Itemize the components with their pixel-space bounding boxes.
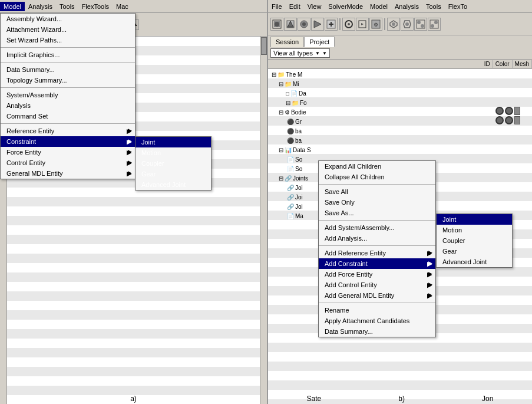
rtb-btn-1[interactable]: [270, 18, 283, 31]
svg-point-31: [421, 24, 424, 28]
ctx-add-system[interactable]: Add System/Assembly...: [319, 222, 435, 233]
tree-node-gr[interactable]: ⚫ Gr: [285, 117, 530, 127]
svg-point-28: [405, 22, 409, 26]
menu-attachment-wizard[interactable]: Attachment Wizard...: [1, 24, 135, 35]
rtb-separator-2: [384, 18, 385, 30]
rtb-btn-8[interactable]: ⚙: [369, 18, 382, 31]
rtb-btn-7[interactable]: [356, 18, 369, 31]
tree-node-fo[interactable]: ⊟ 📁 Fo: [285, 98, 530, 108]
rsubmenu-joint[interactable]: Joint: [437, 214, 512, 225]
sate-text: Sate: [307, 395, 322, 403]
rtb-btn-9[interactable]: [387, 18, 400, 31]
rmenu-tools[interactable]: Tools: [422, 2, 445, 11]
gear-icon-4: [505, 116, 513, 124]
rtb-btn-5[interactable]: [325, 18, 338, 31]
ctx-save-all[interactable]: Save All: [319, 186, 435, 197]
rsubmenu-gear[interactable]: Gear: [437, 246, 512, 257]
submenu-motion[interactable]: Motion: [136, 147, 211, 158]
panel-a: Model Analysis Tools FlexTools Mac: [0, 0, 268, 404]
menu-mac[interactable]: Mac: [113, 2, 132, 11]
submenu-advanced-joint[interactable]: Advanced Joint: [136, 179, 211, 190]
submenu-gear[interactable]: Gear: [136, 169, 211, 179]
rmenu-solvermode[interactable]: SolverMode: [325, 2, 366, 11]
menu-model[interactable]: Model: [0, 2, 25, 11]
menu-command-set[interactable]: Command Set: [1, 111, 135, 121]
rmenu-edit[interactable]: Edit: [286, 2, 304, 11]
tree-content: ⊟ 📁 The M ⊟ 📁 Mi □ 📄 Da: [268, 69, 532, 404]
menu-assembly-wizard[interactable]: Assembly Wizard...: [1, 14, 135, 24]
gear-icon-3: [495, 116, 504, 124]
svg-point-26: [392, 22, 395, 26]
rtb-btn-12[interactable]: [428, 18, 441, 31]
ctx-save-as[interactable]: Save As...: [319, 208, 435, 218]
ctx-add-reference[interactable]: Add Reference Entity ▶: [319, 248, 435, 258]
ctx-add-general[interactable]: Add General MDL Entity ▶: [319, 290, 435, 301]
tree-node-the-m[interactable]: ⊟ 📁 The M: [270, 70, 530, 80]
rmenu-file[interactable]: File: [268, 2, 286, 11]
menu-constraint[interactable]: Constraint ▶ Joint Motion Coupler Gear A…: [1, 136, 135, 147]
tree-node-mi[interactable]: ⊟ 📁 Mi: [277, 80, 530, 89]
menu-data-summary[interactable]: Data Summary...: [1, 64, 135, 75]
tree-node-data-s[interactable]: ⊟ 📊 Data S: [277, 146, 530, 155]
rsubmenu-coupler[interactable]: Coupler: [437, 235, 512, 246]
block-icon-1: [514, 107, 520, 115]
ctx-rename[interactable]: Rename: [319, 305, 435, 316]
menu-set-wizard-paths[interactable]: Set Wizard Paths...: [1, 35, 135, 45]
submenu-joint[interactable]: Joint: [136, 137, 211, 147]
menu-analysis[interactable]: Analysis: [25, 2, 56, 11]
ctx-add-force[interactable]: Add Force Entity ▶: [319, 269, 435, 280]
constraint-submenu-left: Joint Motion Coupler Gear Advanced Joint: [135, 136, 212, 190]
rmenu-model[interactable]: Model: [366, 2, 391, 11]
right-menu-bar: File Edit View SolverMode Model Analysis…: [268, 0, 532, 13]
ctx-apply-attachment[interactable]: Apply Attachment Candidates: [319, 316, 435, 326]
ctx-add-constraint[interactable]: Add Constraint ▶: [319, 258, 435, 269]
tree-node-ba1[interactable]: ⚫ ba: [285, 127, 530, 136]
rtb-separator-1: [339, 18, 341, 30]
ctx-save-only[interactable]: Save Only: [319, 197, 435, 208]
menu-control-entity[interactable]: Control Entity ▶: [1, 157, 135, 168]
menu-system-assembly[interactable]: System/Assembly: [1, 90, 135, 100]
tree-icons-right: [495, 107, 520, 115]
tree-node-bodies[interactable]: ⊟ ⚙ Bodie: [277, 108, 530, 117]
left-scrollbar[interactable]: [260, 37, 267, 404]
menu-tools[interactable]: Tools: [56, 2, 78, 11]
menu-implicit-graphics[interactable]: Implicit Graphics...: [1, 50, 135, 60]
menu-topology-summary[interactable]: Topology Summary...: [1, 75, 135, 86]
ctx-add-analysis[interactable]: Add Analysis...: [319, 233, 435, 244]
menu-reference-entity[interactable]: Reference Entity ▶: [1, 126, 135, 136]
dropdown-arrow: ▼: [315, 51, 320, 56]
rtb-btn-2[interactable]: [284, 18, 297, 31]
ctx-data-summary[interactable]: Data Summary...: [319, 326, 435, 337]
rmenu-view[interactable]: View: [304, 2, 325, 11]
rtb-btn-6[interactable]: [342, 18, 355, 31]
svg-text:⚙: ⚙: [374, 22, 378, 28]
menu-general-mdl-entity[interactable]: General MDL Entity ▶: [1, 168, 135, 179]
menu-force-entity[interactable]: Force Entity ▶: [1, 147, 135, 157]
tree-icons-right-2: [495, 116, 520, 124]
rtb-btn-10[interactable]: [401, 18, 414, 31]
svg-point-33: [431, 24, 434, 28]
rsubmenu-motion[interactable]: Motion: [437, 225, 512, 235]
tab-project[interactable]: Project: [304, 37, 335, 47]
rmenu-analysis[interactable]: Analysis: [391, 2, 422, 11]
submenu-coupler[interactable]: Coupler: [136, 158, 211, 169]
right-context-menu: Expand All Children Collapse All Childre…: [318, 160, 436, 337]
rsubmenu-advanced-joint[interactable]: Advanced Joint: [437, 257, 512, 267]
tab-session[interactable]: Session: [270, 37, 304, 47]
right-constraint-submenu: Joint Motion Coupler Gear Advanced Joint: [436, 214, 513, 268]
panel-a-label: a): [0, 395, 267, 403]
menu-flextools[interactable]: FlexTools: [78, 2, 113, 11]
ctx-add-control[interactable]: Add Control Entity ▶: [319, 280, 435, 290]
rmenu-flexto[interactable]: FlexTo: [445, 2, 471, 11]
right-tree-area: ⊟ 📁 The M ⊟ 📁 Mi □ 📄 Da: [268, 69, 532, 404]
right-toolbar: ⚙: [268, 13, 532, 35]
ctx-expand-all[interactable]: Expand All Children: [319, 161, 435, 172]
menu-analysis[interactable]: Analysis: [1, 100, 135, 111]
rtb-btn-4[interactable]: [311, 18, 324, 31]
rtb-btn-11[interactable]: [414, 18, 427, 31]
rtb-btn-3[interactable]: [298, 18, 310, 31]
ctx-collapse-all[interactable]: Collapse All Children: [319, 172, 435, 182]
view-all-types-dropdown[interactable]: View all types ▼: [270, 48, 330, 58]
tree-node-ba2[interactable]: ⚫ ba: [285, 136, 530, 146]
tree-node-da[interactable]: □ 📄 Da: [285, 89, 530, 98]
